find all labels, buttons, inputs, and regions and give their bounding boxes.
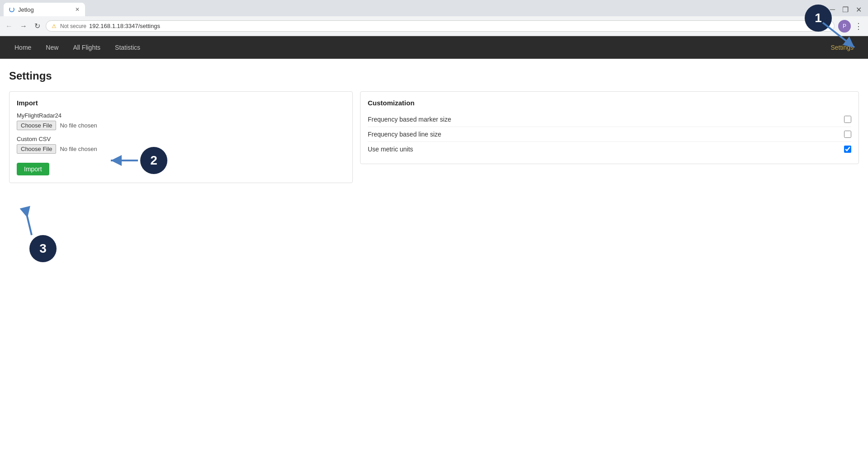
annotation-circle-3: 3 [29, 235, 57, 262]
nav-new[interactable]: New [38, 36, 66, 59]
browser-menu-icon[interactable]: ⋮ [853, 19, 864, 33]
tab-close-button[interactable]: ✕ [75, 6, 80, 13]
back-button[interactable]: ← [4, 20, 14, 32]
security-indicator: Not secure [60, 23, 86, 29]
browser-window-controls: ─ ❐ ✕ [827, 5, 864, 15]
forward-button[interactable]: → [18, 20, 29, 32]
metric-units-label: Use metric units [368, 146, 413, 153]
profile-icon[interactable]: P [838, 20, 851, 33]
freq-line-checkbox[interactable] [844, 131, 851, 138]
freq-marker-label: Frequency based marker size [368, 116, 451, 123]
import-card: Import MyFlightRadar24 Choose File No fi… [9, 91, 353, 183]
freq-marker-checkbox[interactable] [844, 116, 851, 123]
close-window-button[interactable]: ✕ [853, 5, 864, 15]
reload-button[interactable]: ↻ [33, 20, 42, 32]
import-button[interactable]: Import [17, 163, 49, 175]
tab-title: Jetlog [18, 6, 34, 13]
myflight-choose-file-button[interactable]: Choose File [17, 121, 56, 130]
browser-tab[interactable]: Jetlog ✕ [4, 3, 85, 16]
nav-settings[interactable]: Settings [823, 36, 861, 59]
nav-home[interactable]: Home [7, 36, 38, 59]
customization-card-title: Customization [368, 99, 851, 107]
customization-card: Customization Frequency based marker siz… [360, 91, 859, 164]
custom-csv-label: Custom CSV [17, 136, 345, 142]
freq-line-row: Frequency based line size [368, 127, 851, 142]
myflight-file-input-row: Choose File No file chosen [17, 121, 345, 130]
tab-favicon [9, 7, 14, 12]
custom-csv-no-file-text: No file chosen [60, 146, 97, 152]
cards-row: Import MyFlightRadar24 Choose File No fi… [9, 91, 859, 183]
custom-csv-file-input-row: Choose File No file chosen [17, 144, 345, 154]
nav-right: Settings [823, 36, 861, 59]
myflight-label: MyFlightRadar24 [17, 112, 345, 119]
url-text: 192.168.1.18:3347/settings [89, 23, 821, 29]
nav-all-flights[interactable]: All Flights [66, 36, 108, 59]
page-content: Settings Import MyFlightRadar24 Choose F… [0, 59, 868, 462]
browser-toolbar-right: P ⋮ [838, 19, 864, 33]
browser-tab-bar: Jetlog ✕ ─ ❐ ✕ [0, 0, 868, 16]
page-title: Settings [9, 70, 859, 82]
browser-toolbar: ← → ↻ ⚠ Not secure 192.168.1.18:3347/set… [0, 16, 868, 36]
import-card-title: Import [17, 99, 345, 107]
custom-csv-choose-file-button[interactable]: Choose File [17, 144, 56, 154]
myflight-no-file-text: No file chosen [60, 122, 97, 129]
browser-chrome: Jetlog ✕ ─ ❐ ✕ ← → ↻ ⚠ Not secure 192.16… [0, 0, 868, 36]
freq-marker-row: Frequency based marker size [368, 112, 851, 127]
nav-statistics[interactable]: Statistics [108, 36, 147, 59]
metric-units-row: Use metric units [368, 142, 851, 156]
minimize-button[interactable]: ─ [827, 5, 838, 14]
address-bar[interactable]: ⚠ Not secure 192.168.1.18:3347/settings … [46, 20, 835, 32]
app-navbar: Home New All Flights Statistics Settings [0, 36, 868, 59]
myflight-form-group: MyFlightRadar24 Choose File No file chos… [17, 112, 345, 130]
metric-units-checkbox[interactable] [844, 146, 851, 153]
security-warning-icon: ⚠ [52, 23, 57, 29]
annotation-arrow-3 [18, 208, 45, 240]
freq-line-label: Frequency based line size [368, 131, 441, 138]
restore-button[interactable]: ❐ [840, 5, 851, 15]
bookmark-icon[interactable]: ☆ [823, 23, 829, 29]
custom-csv-form-group: Custom CSV Choose File No file chosen [17, 136, 345, 154]
